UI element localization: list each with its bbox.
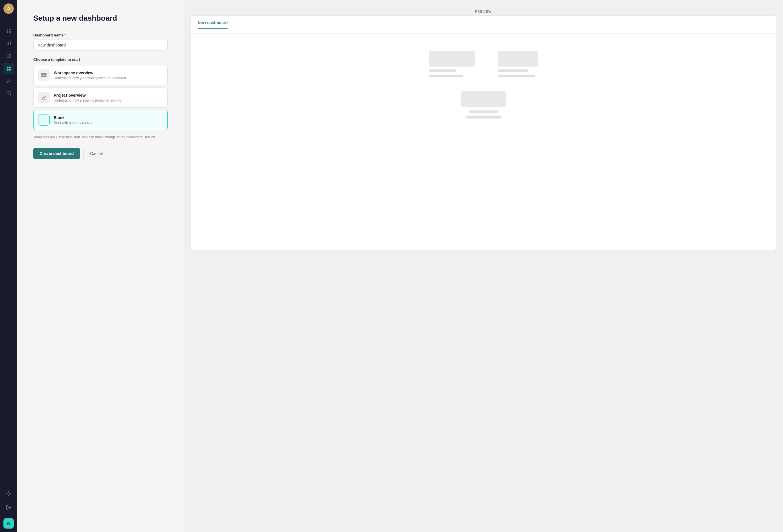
svg-rect-22 bbox=[41, 99, 46, 100]
preview-panel: PREVIEW New dashboard bbox=[184, 0, 783, 532]
blank-template-text: Blank Start with a empty canvas bbox=[54, 115, 163, 125]
main-content: Setup a new dashboard Dashboard name * C… bbox=[17, 0, 783, 532]
sidebar-item-logout[interactable] bbox=[3, 502, 14, 513]
sidebar: A bbox=[0, 0, 17, 532]
sidebar-item-layers[interactable] bbox=[3, 25, 14, 36]
sidebar-logo: w bbox=[3, 518, 14, 529]
svg-rect-1 bbox=[9, 29, 11, 30]
project-template-text: Project overview Understand how a specif… bbox=[54, 93, 163, 102]
sidebar-item-settings[interactable] bbox=[3, 488, 14, 499]
sidebar-item-dashboard[interactable] bbox=[3, 63, 14, 74]
sidebar-divider bbox=[3, 22, 14, 22]
template-section-label: Choose a template to start bbox=[33, 57, 168, 62]
svg-rect-3 bbox=[9, 31, 11, 33]
preview-tab: New dashboard bbox=[198, 20, 228, 29]
workspace-template-desc: Understand how your workspaces are opera… bbox=[54, 76, 163, 80]
svg-rect-5 bbox=[8, 42, 9, 45]
button-row: Create dashboard Cancel bbox=[33, 148, 168, 159]
svg-point-21 bbox=[45, 96, 46, 97]
svg-rect-9 bbox=[9, 67, 11, 69]
template-workspace[interactable]: Workspace overview Understand how your w… bbox=[33, 65, 168, 85]
dashboard-name-input[interactable] bbox=[33, 40, 168, 51]
svg-rect-18 bbox=[44, 73, 46, 75]
blank-template-name: Blank bbox=[54, 115, 163, 120]
svg-point-16 bbox=[8, 493, 9, 494]
template-blank[interactable]: Blank Start with a empty canvas bbox=[33, 110, 168, 130]
template-list: Workspace overview Understand how your w… bbox=[33, 65, 168, 130]
project-icon bbox=[38, 92, 50, 103]
svg-rect-4 bbox=[7, 43, 7, 45]
preview-header: New dashboard bbox=[191, 16, 776, 34]
preview-body bbox=[191, 34, 776, 133]
svg-rect-2 bbox=[7, 31, 8, 33]
svg-rect-8 bbox=[7, 67, 9, 69]
sidebar-item-report[interactable] bbox=[3, 88, 14, 100]
hint-text: Templates are just to help start, you ca… bbox=[33, 134, 168, 140]
dashboard-name-label: Dashboard name * bbox=[33, 33, 168, 37]
sidebar-item-book[interactable] bbox=[3, 50, 14, 62]
blank-template-desc: Start with a empty canvas bbox=[54, 121, 163, 125]
workspace-icon bbox=[38, 69, 50, 81]
sidebar-bottom: w bbox=[3, 487, 14, 529]
svg-rect-20 bbox=[44, 75, 46, 77]
cancel-button[interactable]: Cancel bbox=[84, 148, 109, 159]
template-project[interactable]: Project overview Understand how a specif… bbox=[33, 88, 168, 107]
svg-rect-23 bbox=[42, 118, 46, 122]
page-title: Setup a new dashboard bbox=[33, 14, 168, 23]
svg-rect-10 bbox=[7, 69, 9, 71]
project-template-name: Project overview bbox=[54, 93, 163, 98]
preview-label: PREVIEW bbox=[472, 9, 495, 14]
workspace-template-text: Workspace overview Understand how your w… bbox=[54, 71, 163, 80]
svg-rect-11 bbox=[9, 69, 11, 71]
form-panel: Setup a new dashboard Dashboard name * C… bbox=[17, 0, 184, 532]
avatar[interactable]: A bbox=[3, 3, 14, 14]
svg-rect-17 bbox=[41, 73, 43, 75]
svg-rect-0 bbox=[7, 29, 8, 30]
preview-container: New dashboard bbox=[191, 15, 776, 251]
create-dashboard-button[interactable]: Create dashboard bbox=[33, 148, 80, 159]
blank-icon bbox=[38, 114, 50, 126]
svg-rect-19 bbox=[41, 75, 43, 77]
workspace-template-name: Workspace overview bbox=[54, 71, 163, 75]
project-template-desc: Understand how a specific project is run… bbox=[54, 98, 163, 102]
required-indicator: * bbox=[64, 33, 66, 37]
sidebar-item-wrench[interactable] bbox=[3, 75, 14, 87]
svg-rect-6 bbox=[10, 41, 11, 45]
sidebar-item-chart[interactable] bbox=[3, 38, 14, 49]
